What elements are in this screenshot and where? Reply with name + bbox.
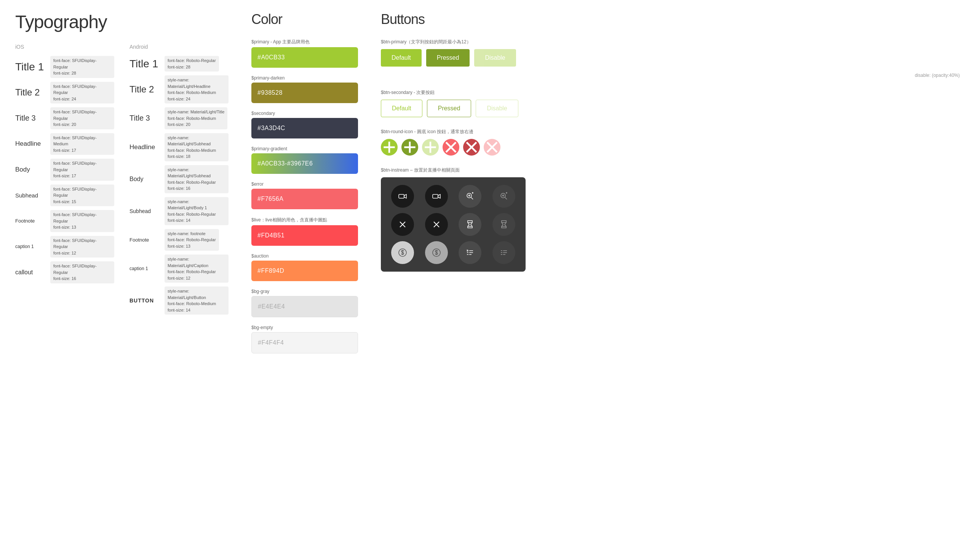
color-auction-block: #FF894D [251,261,358,281]
color-gradient-group: $primary-gradient #A0CB33-#3967E6 [251,146,358,174]
page-container: Typography iOS Title 1 font-face: SFUIDi… [0,0,975,560]
ios-callout-name: callout [15,269,46,276]
disable-note: disable: (opacity:40%) [381,73,960,78]
color-primary-darken-group: $primary-darken #938528 [251,75,358,103]
color-gradient-block: #A0CB33-#3967E6 [251,153,358,174]
color-live-group: $live：live相關的用色，含直播中圖點 #FD4B51 [251,217,358,246]
btn-primary-row: Default Pressed Disable disable: (opacit… [381,49,960,78]
svg-rect-14 [433,194,438,198]
color-primary-label: $primary - App 主要品牌用色 [251,39,358,45]
ios-title2-info: font-face: SFUIDisplay-Regular font-size… [50,82,114,104]
type-row-subhead-android: Subhead style-name: Material/Light/Body … [129,197,229,225]
ios-subhead-name: Subhead [15,192,46,198]
instream-btn-dollar-circle-pressed[interactable] [425,241,448,264]
btn-secondary-default[interactable]: Default [381,100,422,117]
android-footnote-name: Footnote [129,237,160,243]
color-bg-empty-block: #F4F4F4 [251,332,358,353]
color-error-label: $error [251,182,358,187]
type-row-caption-ios: caption 1 font-face: SFUIDisplay-Regular… [15,236,114,258]
instream-cell-close-dark [388,213,417,236]
android-label: Android [129,44,229,50]
color-auction-label: $auction [251,253,358,259]
instream-cell-dollar-list-alt [490,241,518,264]
ios-subhead-info: font-face: SFUIDisplay-Regular font-size… [50,185,114,207]
svg-line-17 [471,197,473,200]
type-row-title3-ios: Title 3 font-face: SFUIDisplay-Regular f… [15,107,114,129]
instream-btn-camera-on[interactable] [391,185,414,208]
ios-callout-info: font-face: SFUIDisplay-Regular font-size… [50,262,114,283]
android-body-name: Body [129,176,160,183]
buttons-title: Buttons [381,12,960,27]
btn-primary-pressed[interactable]: Pressed [426,49,470,67]
color-title: Color [251,12,358,27]
type-row-headline-ios: Headline font-face: SFUIDisplay-Medium f… [15,133,114,155]
ios-title1-info: font-face: SFUIDisplay-Regular font-size… [50,56,114,78]
ios-body-name: Body [15,166,46,173]
round-icon-btn-row [381,139,960,156]
instream-btn-hourglass[interactable] [458,213,482,236]
typography-section: Typography iOS Title 1 font-face: SFUIDi… [15,12,229,548]
instream-cell-magnify-plus-alt [490,185,518,208]
instream-btn-dollar-list-alt[interactable] [492,241,515,264]
android-callout-name: BUTTON [129,298,160,303]
instream-cell-dollar-circle-pressed [422,241,451,264]
instream-btn-camera-pressed[interactable] [425,185,448,208]
ios-column: iOS Title 1 font-face: SFUIDisplay-Regul… [15,44,114,318]
instream-cell-hourglass-alt [490,213,518,236]
instream-cell-camera-on [388,185,417,208]
instream-btn-dollar-circle[interactable] [391,241,414,264]
btn-primary-label: $btn-primary（文字到按鈕的間距最小為12） [381,39,960,45]
round-btn-red-pressed[interactable] [463,139,480,156]
ios-caption-name: caption 1 [15,244,46,249]
android-callout-info: style-name: Material/Light/Button font-f… [164,287,229,315]
color-live-label: $live：live相關的用色，含直播中圖點 [251,217,358,223]
round-btn-green-default[interactable] [381,139,398,156]
instream-cell-close-medium [422,213,451,236]
svg-text:$: $ [467,249,468,252]
color-gradient-label: $primary-gradient [251,146,358,152]
btn-instream-label: $btn-instream – 放置於直播中相關頁面 [381,167,960,173]
color-bg-empty-label: $bg-empty [251,325,358,330]
color-secondary-group: $secondary #3A3D4C [251,111,358,138]
btn-primary-default[interactable]: Default [381,49,421,67]
color-live-block: #FD4B51 [251,225,358,246]
android-title3-info: style-name: Material/Light/Title font-fa… [164,107,227,129]
ios-headline-name: Headline [15,140,46,148]
ios-body-info: font-face: SFUIDisplay-Regular font-size… [50,158,114,181]
instream-btn-dollar-list[interactable]: $ [458,241,482,264]
round-btn-green-disabled [422,139,439,156]
svg-marker-15 [438,194,440,198]
instream-cell-dollar-list: $ [456,241,485,264]
type-row-title2-ios: Title 2 font-face: SFUIDisplay-Regular f… [15,82,114,104]
type-row-title1-ios: Title 1 font-face: SFUIDisplay-Regular f… [15,56,114,78]
svg-rect-12 [399,194,404,198]
android-caption-info: style-name: Material/Light/Caption font-… [164,255,229,283]
instream-btn-close-medium[interactable] [425,213,448,236]
ios-footnote-name: Footnote [15,218,46,224]
instream-btn-magnify-plus-alt[interactable] [492,185,515,208]
round-btn-red-default[interactable] [443,139,459,156]
btn-secondary-disabled: Disable [476,100,518,117]
instream-btn-close-dark[interactable] [391,213,414,236]
instream-btn-magnify-plus[interactable] [458,185,482,208]
btn-round-label: $btn-round-icon - 圓底 icon 按鈕，通常放右邊 [381,128,960,135]
ios-title2-name: Title 2 [15,87,46,98]
color-error-block: #F7656A [251,189,358,209]
btn-primary-disabled: Disable [474,49,516,67]
color-bg-gray-group: $bg-gray #E4E4E4 [251,289,358,317]
type-row-footnote-ios: Footnote font-face: SFUIDisplay-Regular … [15,210,114,232]
color-bg-gray-label: $bg-gray [251,289,358,294]
ios-title1-name: Title 1 [15,61,46,73]
type-row-body-android: Body style-name: Material/Light/Subhead … [129,165,229,193]
btn-secondary-pressed[interactable]: Pressed [427,100,472,117]
instream-cell-hourglass [456,213,485,236]
type-row-title1-android: Title 1 font-face: Roboto-Regular font-s… [129,56,229,72]
typography-title: Typography [15,12,229,32]
round-btn-green-pressed[interactable] [401,139,418,156]
color-error-group: $error #F7656A [251,182,358,209]
btn-secondary-group: $btn-secondary - 次要按鈕 Default Pressed Di… [381,89,960,117]
instream-btn-hourglass-alt[interactable] [492,213,515,236]
android-title1-name: Title 1 [129,58,160,70]
btn-instream-group: $btn-instream – 放置於直播中相關頁面 [381,167,960,272]
ios-footnote-info: font-face: SFUIDisplay-Regular font-size… [50,210,114,232]
